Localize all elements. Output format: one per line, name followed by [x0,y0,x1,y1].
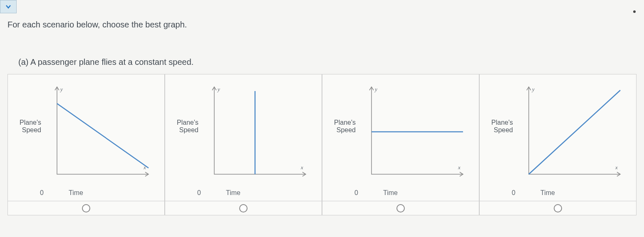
graph-option-3: Plane's Speed y x 0 Time [322,74,479,215]
graph-option-4: Plane's Speed y x 0 Time [479,74,637,215]
decorative-dot [633,10,636,13]
graph-area: Plane's Speed y x [8,74,164,187]
radio-row [165,201,322,215]
graph-area: Plane's Speed y x [480,74,636,187]
data-line [57,104,149,168]
plot-svg: y x [202,79,310,187]
radio-option-3[interactable] [396,204,405,212]
radio-option-1[interactable] [82,204,90,212]
x-var-label: x [300,164,303,170]
ylabel-line1: Plane's [327,119,356,126]
y-var-label: y [374,86,377,92]
xlabel-row: 0 Time [480,187,636,201]
plot-svg: y x [45,79,153,187]
graphs-container: Plane's Speed y x 0 Time Plane's Spee [7,74,637,215]
radio-row [322,201,479,215]
radio-row [480,201,636,215]
plot-svg: y x [516,79,624,187]
ylabel-line1: Plane's [169,119,198,126]
graph-area: Plane's Speed y x [165,74,322,187]
x-axis-label: Time [367,189,475,197]
ylabel-line1: Plane's [484,119,513,126]
y-axis-label: Plane's Speed [12,119,45,134]
x-axis-label: Time [52,189,160,197]
xlabel-row: 0 Time [322,187,479,201]
data-line [529,90,620,174]
x-var-label: x [615,164,618,170]
origin-label: 0 [12,189,52,197]
x-axis-label: Time [524,189,632,197]
axes [57,87,149,174]
xlabel-row: 0 Time [8,187,164,201]
radio-option-2[interactable] [239,204,248,212]
x-var-label: x [458,164,461,170]
origin-label: 0 [327,189,367,197]
graph-option-2: Plane's Speed y x 0 Time [165,74,322,215]
ylabel-line1: Plane's [12,119,41,126]
origin-label: 0 [484,189,524,197]
expand-toggle-button[interactable] [0,0,17,13]
instruction-text: For each scenario below, choose the best… [7,20,187,30]
graph-area: Plane's Speed y x [322,74,479,187]
ylabel-line2: Speed [12,126,41,134]
radio-option-4[interactable] [554,204,562,212]
plot-svg: y x [359,79,467,187]
graph-option-1: Plane's Speed y x 0 Time [7,74,165,215]
y-axis-label: Plane's Speed [484,119,516,134]
radio-row [8,201,164,215]
chevron-down-icon [5,5,11,9]
ylabel-line2: Speed [327,126,356,134]
y-axis-label: Plane's Speed [327,119,359,134]
axes [372,87,463,174]
xlabel-row: 0 Time [165,187,322,201]
y-axis-label: Plane's Speed [169,119,202,134]
axes [214,87,306,174]
question-prompt: (a) A passenger plane flies at a constan… [18,57,193,67]
ylabel-line2: Speed [484,126,513,134]
y-var-label: y [59,86,63,92]
origin-label: 0 [169,189,209,197]
ylabel-line2: Speed [169,126,198,134]
y-var-label: y [217,86,220,92]
x-axis-label: Time [209,189,317,197]
y-var-label: y [531,86,535,92]
